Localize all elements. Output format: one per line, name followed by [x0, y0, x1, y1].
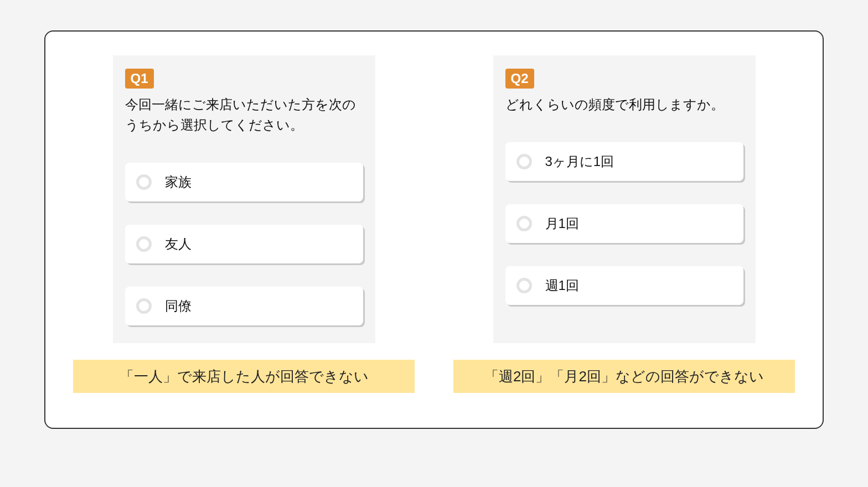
radio-icon[interactable] — [516, 216, 532, 231]
radio-icon[interactable] — [516, 154, 532, 169]
question-text: 今回一緒にご来店いただいた方を次のうちから選択してください。 — [125, 94, 363, 135]
radio-icon[interactable] — [136, 236, 152, 252]
option-item[interactable]: 月1回 — [505, 204, 743, 243]
option-item[interactable]: 友人 — [125, 225, 363, 263]
option-item[interactable]: 同僚 — [125, 287, 363, 325]
annotation-bar: 「一人」で来店した人が回答できない — [73, 360, 415, 393]
option-item[interactable]: 家族 — [125, 163, 363, 201]
question-badge: Q1 — [125, 69, 154, 89]
option-label: 3ヶ月に1回 — [545, 153, 614, 170]
radio-icon[interactable] — [136, 298, 152, 314]
question-card-1: Q1 今回一緒にご来店いただいた方を次のうちから選択してください。 家族 友人 … — [113, 55, 375, 343]
question-column-2: Q2 どれくらいの頻度で利用しますか。 3ヶ月に1回 月1回 週1回 「週2回」… — [453, 55, 795, 428]
options-list: 家族 友人 同僚 — [125, 163, 363, 325]
option-label: 月1回 — [545, 215, 579, 232]
question-text: どれくらいの頻度で利用しますか。 — [505, 94, 743, 115]
annotation-bar: 「週2回」「月2回」などの回答ができない — [453, 360, 795, 393]
question-badge: Q2 — [505, 69, 534, 89]
option-label: 同僚 — [165, 297, 192, 315]
question-column-1: Q1 今回一緒にご来店いただいた方を次のうちから選択してください。 家族 友人 … — [73, 55, 415, 428]
radio-icon[interactable] — [516, 278, 532, 293]
option-label: 週1回 — [545, 277, 579, 294]
option-label: 家族 — [165, 173, 192, 191]
option-item[interactable]: 週1回 — [505, 266, 743, 305]
option-label: 友人 — [165, 235, 192, 253]
options-list: 3ヶ月に1回 月1回 週1回 — [505, 142, 743, 305]
example-frame: Q1 今回一緒にご来店いただいた方を次のうちから選択してください。 家族 友人 … — [44, 30, 824, 429]
radio-icon[interactable] — [136, 174, 152, 190]
annotation-text: 「週2回」「月2回」などの回答ができない — [484, 367, 764, 386]
annotation-text: 「一人」で来店した人が回答できない — [120, 367, 369, 386]
question-card-2: Q2 どれくらいの頻度で利用しますか。 3ヶ月に1回 月1回 週1回 — [493, 55, 756, 343]
option-item[interactable]: 3ヶ月に1回 — [505, 142, 743, 181]
